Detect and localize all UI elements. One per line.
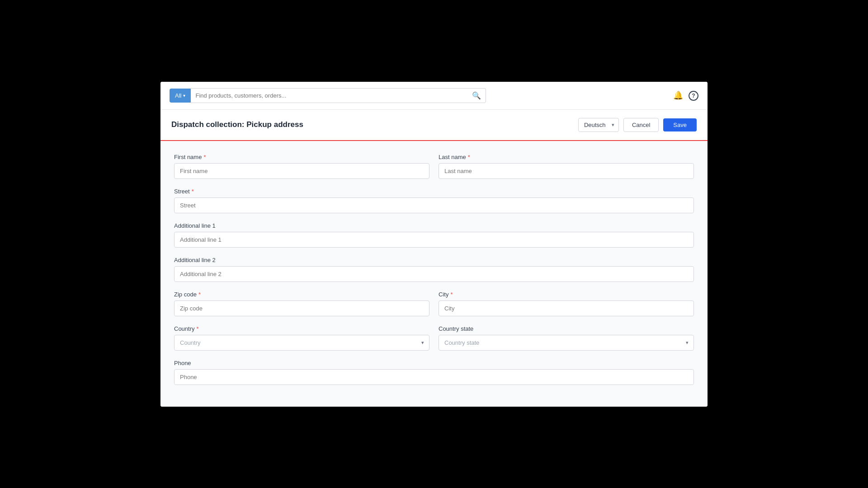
country-label: Country * <box>174 325 429 332</box>
top-bar: All ▾ 🔍 🔔 ? <box>160 82 708 110</box>
country-state-select[interactable]: Country state <box>439 335 694 351</box>
help-button[interactable]: ? <box>689 90 698 101</box>
country-row: Country * Country Country state Country … <box>174 325 694 351</box>
page-title: Dispatch collection: Pickup address <box>171 120 303 129</box>
street-input[interactable] <box>174 197 694 213</box>
header-actions: Deutsch Cancel Save <box>578 118 697 132</box>
search-button[interactable]: 🔍 <box>472 91 481 100</box>
bell-icon: 🔔 <box>673 91 683 100</box>
additional-line1-input[interactable] <box>174 232 694 248</box>
notifications-button[interactable]: 🔔 <box>673 90 683 100</box>
phone-label: Phone <box>174 360 694 366</box>
additional-line2-input[interactable] <box>174 266 694 282</box>
zip-code-label: Zip code * <box>174 291 429 298</box>
form-area: First name * Last name * Street * <box>160 141 708 407</box>
street-required: * <box>192 188 194 195</box>
zip-code-group: Zip code * <box>174 291 429 316</box>
search-input[interactable] <box>195 89 472 103</box>
save-button[interactable]: Save <box>663 118 697 131</box>
city-label: City * <box>439 291 694 298</box>
additional-line2-group: Additional line 2 <box>174 257 694 282</box>
search-icon: 🔍 <box>472 92 481 99</box>
zip-city-row: Zip code * City * <box>174 291 694 316</box>
first-name-input[interactable] <box>174 163 429 179</box>
city-group: City * <box>439 291 694 316</box>
additional-line1-label: Additional line 1 <box>174 222 694 229</box>
cancel-button[interactable]: Cancel <box>623 118 659 132</box>
search-area: All ▾ 🔍 <box>170 88 486 103</box>
zip-code-required: * <box>198 291 201 298</box>
phone-row: Phone <box>174 360 694 385</box>
country-state-select-wrap: Country state <box>439 335 694 351</box>
street-group: Street * <box>174 188 694 213</box>
first-name-required: * <box>203 154 206 160</box>
last-name-required: * <box>468 154 470 160</box>
additional-line2-label: Additional line 2 <box>174 257 694 263</box>
country-select[interactable]: Country <box>174 335 429 351</box>
help-icon: ? <box>689 91 698 101</box>
zip-code-input[interactable] <box>174 300 429 316</box>
search-input-wrap: 🔍 <box>191 88 486 103</box>
first-name-label: First name * <box>174 154 429 160</box>
name-row: First name * Last name * <box>174 154 694 179</box>
page-header: Dispatch collection: Pickup address Deut… <box>160 110 708 141</box>
additional-line1-row: Additional line 1 <box>174 222 694 248</box>
phone-group: Phone <box>174 360 694 385</box>
country-group: Country * Country <box>174 325 429 351</box>
additional-line1-group: Additional line 1 <box>174 222 694 248</box>
city-input[interactable] <box>439 300 694 316</box>
all-dropdown-button[interactable]: All ▾ <box>170 89 191 103</box>
chevron-down-icon: ▾ <box>183 93 185 98</box>
all-label: All <box>175 92 181 99</box>
last-name-input[interactable] <box>439 163 694 179</box>
country-required: * <box>197 325 199 332</box>
last-name-group: Last name * <box>439 154 694 179</box>
street-label: Street * <box>174 188 694 195</box>
last-name-label: Last name * <box>439 154 694 160</box>
phone-input[interactable] <box>174 369 694 385</box>
country-state-label: Country state <box>439 325 694 332</box>
additional-line2-row: Additional line 2 <box>174 257 694 282</box>
first-name-group: First name * <box>174 154 429 179</box>
language-selector[interactable]: Deutsch <box>578 118 619 132</box>
city-required: * <box>450 291 453 298</box>
country-select-wrap: Country <box>174 335 429 351</box>
language-selector-wrap: Deutsch <box>578 118 619 132</box>
country-state-group: Country state Country state <box>439 325 694 351</box>
top-icons: 🔔 ? <box>673 90 698 101</box>
street-row: Street * <box>174 188 694 213</box>
